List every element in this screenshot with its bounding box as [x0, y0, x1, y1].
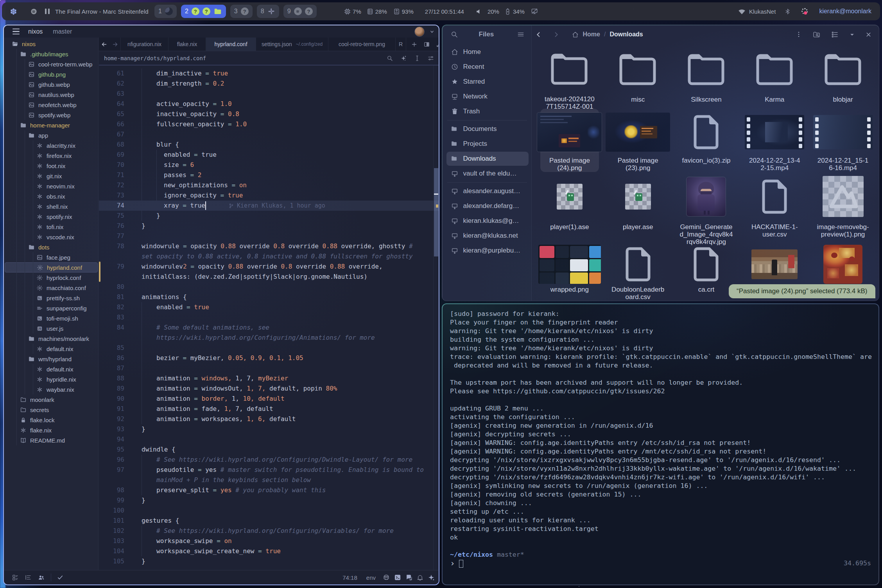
tree-item-default.nix[interactable]: default.nix — [5, 344, 98, 354]
file-item-blobjar[interactable]: blobjar — [809, 47, 877, 110]
tree-item-tofi-emoji.sh[interactable]: tofi-emoji.sh — [5, 313, 98, 323]
tree-item-home-manager[interactable]: home-manager — [5, 120, 98, 130]
file-item-pasted-image[interactable]: Pasted image (23).png — [604, 110, 672, 173]
copilot-icon[interactable] — [382, 574, 390, 581]
wifi-icon[interactable] — [738, 7, 746, 16]
sidebar-item-home[interactable]: Home — [446, 45, 529, 59]
view-options-chevron-icon[interactable] — [849, 32, 855, 38]
file-item-gemini-generate[interactable]: Gemini_Generate d_Image_4rqv8k4 rqv8k4rq… — [672, 173, 740, 246]
search-icon[interactable] — [450, 30, 458, 38]
tree-item-prettify-ss.sh[interactable]: prettify-ss.sh — [5, 293, 98, 303]
file-item-wrapped.png[interactable]: wrapped.png — [536, 246, 604, 301]
zed-project-name[interactable]: nixos — [28, 28, 43, 35]
tab-flake.nix[interactable]: flake.nix — [169, 38, 206, 51]
tree-item-default.nix[interactable]: default.nix — [5, 364, 98, 374]
breadcrumb-current[interactable]: Downloads — [610, 31, 643, 38]
scrollbar-thumb[interactable] — [434, 168, 438, 256]
tree-item-tofi.nix[interactable]: tofi.nix — [5, 222, 98, 232]
project-panel-icon[interactable] — [12, 574, 19, 581]
tree-item-secrets[interactable]: secrets — [5, 405, 98, 415]
sidebar-item-downloads[interactable]: Downloads — [446, 152, 529, 166]
tree-item-machines-moonlark[interactable]: machines/moonlark — [5, 333, 98, 344]
tree-item-sunpaperconfig[interactable]: sunpaperconfig — [5, 303, 98, 313]
spotify-player-icon[interactable] — [30, 8, 37, 15]
sidebar-item-alesander.august-[interactable]: alesander.august… — [446, 184, 529, 198]
clock[interactable]: 27/12 00:51:44 — [425, 8, 464, 15]
terminal-panel-icon[interactable] — [394, 574, 402, 581]
file-item-favicon-io(3).zip[interactable]: favicon_io(3).zip — [672, 110, 740, 173]
sidebar-item-projects[interactable]: Projects — [446, 137, 529, 151]
tree-item-macchiato.conf[interactable]: macchiato.conf — [5, 283, 98, 293]
nav-forward-icon[interactable] — [552, 31, 560, 38]
tree-item-obs.nix[interactable]: obs.nix — [5, 191, 98, 201]
workspace-1[interactable]: 1 — [154, 5, 177, 18]
tree-item-vscode.nix[interactable]: vscode.nix — [5, 232, 98, 242]
terminal-output[interactable]: [sudo] password for kierank:Place your f… — [450, 310, 871, 581]
tree-item-alacritty.nix[interactable]: alacritty.nix — [5, 140, 98, 151]
workspace-9[interactable]: 9? — [283, 5, 317, 18]
folder-search-icon[interactable] — [812, 30, 821, 39]
file-item-takeout-2024120[interactable]: takeout-2024120 7T155714Z-001 — [536, 47, 604, 110]
tree-item-wm-hyprland[interactable]: wm/hyprland — [5, 354, 98, 364]
tree-item-spotify.webp[interactable]: spotify.webp — [5, 110, 98, 120]
close-window-icon[interactable] — [865, 31, 872, 38]
kebab-menu-icon[interactable] — [795, 31, 802, 38]
editor-controls-icon[interactable] — [427, 55, 434, 62]
tree-item-foot.nix[interactable]: foot.nix — [5, 161, 98, 171]
user-host-label[interactable]: kierank@moonlark — [819, 8, 871, 15]
tab-cool-retro-term.png[interactable]: cool-retro-term.png — [328, 38, 396, 51]
assistant-panel-icon[interactable] — [427, 574, 435, 581]
bluetooth-icon[interactable] — [784, 8, 791, 15]
sidebar-item-alexander.defarg-[interactable]: alexander.defarg… — [446, 199, 529, 213]
tree-item-face.jpeg[interactable]: face.jpeg — [5, 252, 98, 262]
sidebar-item-kieran@purplebu-[interactable]: kieran@purplebu… — [446, 244, 529, 258]
file-item-2024-12-22-13-4[interactable]: 2024-12-22_13-4 2-15.mp4 — [740, 110, 809, 173]
volume-stat[interactable]: 20% — [475, 8, 499, 15]
tab-hyprland.conf[interactable]: hyprland.conf — [206, 38, 256, 51]
tree-item-nixos[interactable]: nixos — [5, 39, 98, 49]
outline-panel-icon[interactable] — [25, 574, 32, 581]
assistant-sparkle-icon[interactable] — [400, 55, 407, 62]
media-pause-icon[interactable] — [45, 9, 50, 14]
buffer-search-icon[interactable] — [386, 55, 393, 62]
breadcrumb[interactable]: home-manager/dots/hyprland.conf — [104, 55, 206, 61]
tab-settings.json[interactable]: settings.json~/.config/zed — [256, 38, 328, 51]
notifications-bell-icon[interactable] — [416, 574, 424, 581]
tree-item-user.js[interactable]: JSuser.js — [5, 323, 98, 333]
zed-menu-icon[interactable] — [13, 29, 20, 35]
breadcrumb-home[interactable]: Home — [583, 31, 600, 38]
file-item-player.ase[interactable]: player.ase — [604, 173, 672, 246]
sidebar-item-kieran@klukas.net[interactable]: kieran@klukas.net — [446, 229, 529, 243]
tree-item-hypridle.nix[interactable]: hypridle.nix — [5, 374, 98, 384]
env-indicator[interactable]: env — [366, 574, 376, 581]
tree-item-dots[interactable]: dots — [5, 242, 98, 252]
nav-back-icon[interactable] — [535, 31, 542, 38]
sidebar-menu-icon[interactable] — [517, 30, 525, 38]
file-item-misc[interactable]: misc — [604, 47, 672, 110]
workspace-8[interactable]: 8 — [257, 5, 279, 18]
tree-item-hyprland.conf[interactable]: hyprland.conf — [5, 262, 98, 272]
file-item-image-removebg-[interactable]: image-removebg- preview(1).png — [809, 173, 877, 246]
diagnostics-check-icon[interactable] — [57, 574, 63, 581]
cursor-position[interactable]: 74:18 — [342, 574, 357, 581]
tree-item-waybar.nix[interactable]: waybar.nix — [5, 384, 98, 394]
notification-tray-icon[interactable] — [800, 7, 809, 16]
tree-item-spotify.nix[interactable]: spotify.nix — [5, 212, 98, 222]
nixos-logo-icon[interactable] — [10, 8, 17, 15]
sidebar-item-documents[interactable]: Documents — [446, 122, 529, 136]
workspace-3[interactable]: 3? — [230, 5, 253, 18]
tree-item-neovim.nix[interactable]: neovim.nix — [5, 181, 98, 191]
sidebar-item-recent[interactable]: Recent — [446, 60, 529, 74]
workspace-2[interactable]: 2?? — [181, 5, 226, 18]
nav-forward-icon[interactable] — [112, 41, 118, 48]
sidebar-item-kieran.klukas@g-[interactable]: kieran.klukas@g… — [446, 214, 529, 228]
tree-item-github.png[interactable]: github.png — [5, 69, 98, 79]
list-view-icon[interactable] — [831, 30, 839, 39]
tree-item-app[interactable]: app — [5, 130, 98, 140]
tree-item-cool-retro-term.webp[interactable]: cool-retro-term.webp — [5, 59, 98, 69]
editor-scrollbar[interactable] — [433, 65, 439, 570]
file-item-silkscreen[interactable]: Silkscreen — [672, 47, 740, 110]
new-tab-icon[interactable] — [411, 41, 418, 48]
file-item-doubloonleaderb[interactable]: DoubloonLeaderb oard.csv — [604, 246, 672, 301]
tree-item-nautilus.webp[interactable]: nautilus.webp — [5, 90, 98, 100]
